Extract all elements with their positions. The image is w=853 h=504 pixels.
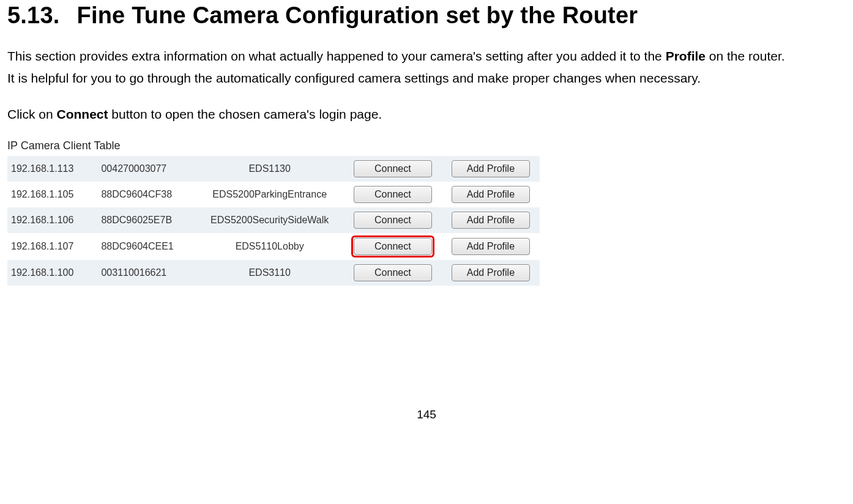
add-profile-button[interactable]: Add Profile bbox=[452, 186, 530, 203]
section-title: Fine Tune Camera Configuration set by th… bbox=[77, 2, 638, 28]
cell-ip: 192.168.1.105 bbox=[7, 182, 97, 207]
cell-camera-name: EDS1130 bbox=[196, 156, 344, 182]
add-profile-button[interactable]: Add Profile bbox=[452, 160, 530, 177]
connect-bold: Connect bbox=[57, 107, 108, 121]
page-number: 145 bbox=[7, 408, 846, 421]
cell-ip: 192.168.1.113 bbox=[7, 156, 97, 182]
connect-button[interactable]: Connect bbox=[354, 160, 432, 177]
cell-mac: 004270003077 bbox=[97, 156, 195, 182]
cell-ip: 192.168.1.100 bbox=[7, 260, 97, 286]
table-row: 192.168.1.113004270003077EDS1130ConnectA… bbox=[7, 156, 540, 182]
connect-button[interactable]: Connect bbox=[354, 212, 432, 229]
table-row: 192.168.1.100003110016621EDS3110ConnectA… bbox=[7, 260, 540, 286]
cell-camera-name: EDS3110 bbox=[196, 260, 344, 286]
cell-add-profile: Add Profile bbox=[442, 233, 540, 260]
add-profile-button[interactable]: Add Profile bbox=[452, 212, 530, 229]
connect-highlight: Connect bbox=[351, 235, 434, 258]
section-number: 5.13. bbox=[7, 2, 60, 29]
connect-button[interactable]: Connect bbox=[354, 238, 432, 255]
cell-mac: 88DC9604CEE1 bbox=[97, 233, 195, 260]
cell-camera-name: EDS5200SecuritySideWalk bbox=[196, 207, 344, 233]
cell-mac: 88DC9604CF38 bbox=[97, 182, 195, 207]
intro-paragraph-1: This section provides extra information … bbox=[7, 47, 846, 65]
cell-connect: Connect bbox=[344, 182, 442, 207]
cell-add-profile: Add Profile bbox=[442, 182, 540, 207]
cell-mac: 003110016621 bbox=[97, 260, 195, 286]
cell-mac: 88DC96025E7B bbox=[97, 207, 195, 233]
table-row: 192.168.1.10788DC9604CEE1EDS5110LobbyCon… bbox=[7, 233, 540, 260]
table-title: IP Camera Client Table bbox=[7, 139, 540, 152]
section-heading: 5.13.Fine Tune Camera Configuration set … bbox=[7, 2, 846, 29]
add-profile-button[interactable]: Add Profile bbox=[452, 238, 530, 255]
cell-connect: Connect bbox=[344, 207, 442, 233]
profile-bold: Profile bbox=[666, 49, 706, 63]
connect-button[interactable]: Connect bbox=[354, 186, 432, 203]
cell-add-profile: Add Profile bbox=[442, 260, 540, 286]
cell-camera-name: EDS5200ParkingEntrance bbox=[196, 182, 344, 207]
ip-camera-client-table: IP Camera Client Table 192.168.1.1130042… bbox=[7, 139, 540, 286]
cell-connect: Connect bbox=[344, 260, 442, 286]
instruction-paragraph: Click on Connect button to open the chos… bbox=[7, 105, 846, 124]
cell-connect: Connect bbox=[344, 156, 442, 182]
cell-add-profile: Add Profile bbox=[442, 207, 540, 233]
cell-connect: Connect bbox=[344, 233, 442, 260]
intro-paragraph-2: It is helpful for you to go through the … bbox=[7, 69, 846, 87]
cell-ip: 192.168.1.106 bbox=[7, 207, 97, 233]
add-profile-button[interactable]: Add Profile bbox=[452, 264, 530, 281]
cell-add-profile: Add Profile bbox=[442, 156, 540, 182]
connect-button[interactable]: Connect bbox=[354, 264, 432, 281]
cell-ip: 192.168.1.107 bbox=[7, 233, 97, 260]
camera-table: 192.168.1.113004270003077EDS1130ConnectA… bbox=[7, 156, 540, 286]
table-row: 192.168.1.10688DC96025E7BEDS5200Security… bbox=[7, 207, 540, 233]
table-row: 192.168.1.10588DC9604CF38EDS5200ParkingE… bbox=[7, 182, 540, 207]
cell-camera-name: EDS5110Lobby bbox=[196, 233, 344, 260]
